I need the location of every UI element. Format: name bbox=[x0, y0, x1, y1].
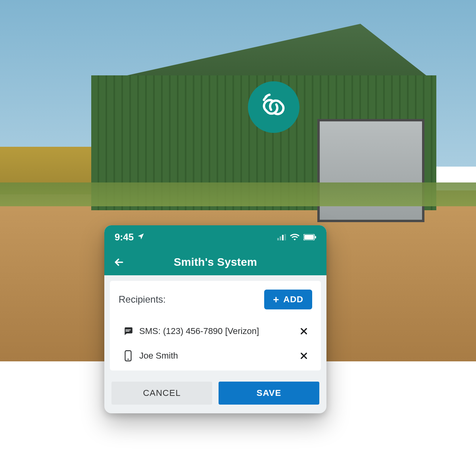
svg-rect-6 bbox=[315, 236, 316, 238]
recipient-text: Joe Smith bbox=[136, 351, 297, 361]
recipient-text: SMS: (123) 456-7890 [Verizon] bbox=[136, 326, 297, 336]
svg-rect-7 bbox=[126, 330, 131, 330]
svg-rect-5 bbox=[304, 235, 314, 240]
save-button[interactable]: SAVE bbox=[219, 382, 319, 405]
phone-mockup: 9:45 Smith's System Recipients: bbox=[104, 225, 326, 413]
add-button-label: ADD bbox=[283, 294, 303, 305]
add-recipient-button[interactable]: + ADD bbox=[264, 290, 312, 309]
svg-rect-1 bbox=[280, 236, 281, 240]
recipients-label: Recipients: bbox=[119, 294, 166, 305]
phone-icon bbox=[120, 350, 136, 361]
link-sensor-badge-icon bbox=[248, 81, 299, 133]
remove-recipient-button[interactable] bbox=[297, 349, 311, 363]
svg-rect-0 bbox=[277, 238, 279, 240]
svg-rect-3 bbox=[284, 234, 286, 240]
svg-point-10 bbox=[127, 359, 129, 360]
title-bar: Smith's System bbox=[104, 249, 326, 275]
status-bar: 9:45 bbox=[104, 225, 326, 249]
cancel-button[interactable]: CANCEL bbox=[111, 382, 212, 405]
page-title: Smith's System bbox=[174, 256, 257, 269]
sms-icon bbox=[120, 326, 136, 336]
svg-rect-2 bbox=[282, 235, 284, 240]
recipient-row: Joe Smith bbox=[119, 344, 312, 368]
location-icon bbox=[137, 232, 145, 243]
recipient-row: SMS: (123) 456-7890 [Verizon] bbox=[119, 319, 312, 344]
plus-icon: + bbox=[273, 294, 279, 305]
cellular-icon bbox=[277, 232, 286, 243]
svg-rect-8 bbox=[126, 331, 130, 332]
back-button[interactable] bbox=[112, 255, 126, 269]
remove-recipient-button[interactable] bbox=[297, 324, 311, 338]
recipients-card: Recipients: + ADD SMS: (123) 456-7890 [V… bbox=[110, 281, 321, 370]
battery-icon bbox=[303, 232, 316, 243]
wifi-icon bbox=[290, 232, 299, 243]
status-time: 9:45 bbox=[115, 232, 134, 243]
footer-actions: CANCEL SAVE bbox=[104, 376, 326, 413]
